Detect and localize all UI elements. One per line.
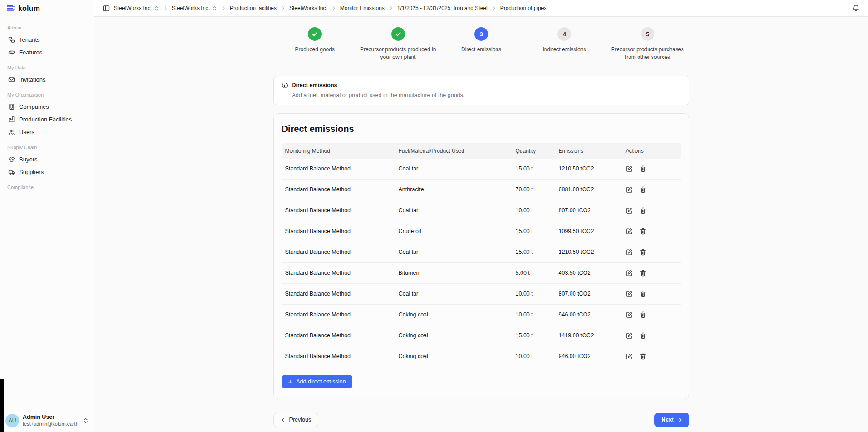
app-root: kolum Admin Tenants Features My Data <box>0 0 868 432</box>
step-label: Direct emissions <box>461 46 501 53</box>
sidebar-item-suppliers[interactable]: Suppliers <box>5 165 88 178</box>
breadcrumb-tenant-switcher[interactable]: SteelWorks Inc. <box>114 5 159 11</box>
chevron-right-icon <box>163 6 168 10</box>
edit-row-button[interactable] <box>626 332 633 339</box>
edit-row-button[interactable] <box>626 165 633 172</box>
sidebar-toggle-icon[interactable] <box>103 5 110 12</box>
cell-monitoring-method: Standard Balance Method <box>282 332 395 339</box>
step-precursor-purchases[interactable]: 5 Precursor products purchases from othe… <box>606 27 689 62</box>
cell-emissions: 1419.00 tCO2 <box>555 332 622 339</box>
edit-icon <box>626 207 633 214</box>
delete-row-button[interactable] <box>640 228 646 235</box>
breadcrumb-facility[interactable]: SteelWorks Inc. <box>289 5 327 11</box>
table-row: Standard Balance Method Bitumen 5.00 t 4… <box>282 263 681 284</box>
step-direct-emissions[interactable]: 3 Direct emissions <box>439 27 522 62</box>
breadcrumb-label: Production facilities <box>230 5 277 11</box>
edit-row-button[interactable] <box>626 311 633 318</box>
cell-monitoring-method: Standard Balance Method <box>282 270 395 276</box>
cell-emissions: 6881.00 tCO2 <box>555 186 622 193</box>
user-email: test+admin@kolum.earth <box>23 421 79 427</box>
edit-row-button[interactable] <box>626 353 633 360</box>
cell-emissions: 807.00 tCO2 <box>555 207 622 214</box>
cell-emissions: 807.00 tCO2 <box>555 291 622 297</box>
column-header-fuel: Fuel/Material/Product Used <box>395 148 512 154</box>
step-circle-done <box>391 27 405 41</box>
previous-button-label: Previous <box>289 417 312 423</box>
cell-quantity: 15.00 t <box>512 165 555 172</box>
step-produced-goods[interactable]: Produced goods <box>273 27 356 62</box>
add-button-label: Add direct emission <box>296 379 346 385</box>
sidebar-item-production-facilities[interactable]: Production Facilities <box>5 113 88 126</box>
notifications-bell-icon[interactable] <box>853 5 859 12</box>
cell-quantity: 10.00 t <box>512 207 555 214</box>
table-row: Standard Balance Method Coking coal 10.0… <box>282 305 681 325</box>
table-row: Standard Balance Method Coal tar 10.00 t… <box>282 284 681 305</box>
table-row: Standard Balance Method Anthracite 70.00… <box>282 180 681 200</box>
step-circle-upcoming: 5 <box>641 27 654 41</box>
avatar: AU <box>5 414 19 427</box>
step-label: Indirect emissions <box>542 46 586 53</box>
delete-row-button[interactable] <box>640 270 646 277</box>
trash-icon <box>640 311 646 318</box>
delete-row-button[interactable] <box>640 353 646 360</box>
add-direct-emission-button[interactable]: + Add direct emission <box>282 375 353 388</box>
brand-logo[interactable]: kolum <box>0 0 94 17</box>
cell-actions <box>622 291 681 297</box>
sidebar-item-tenants[interactable]: Tenants <box>5 33 88 46</box>
edit-row-button[interactable] <box>626 186 633 193</box>
breadcrumb-production-facilities[interactable]: Production facilities <box>230 5 277 11</box>
check-icon <box>395 31 401 37</box>
cell-quantity: 10.00 t <box>512 353 555 359</box>
breadcrumb-company-switcher[interactable]: SteelWorks Inc. <box>172 5 217 11</box>
cell-quantity: 5.00 t <box>512 270 555 276</box>
factory-icon <box>8 116 15 123</box>
info-text: Direct emissions Add a fuel, material or… <box>292 82 465 99</box>
delete-row-button[interactable] <box>640 332 646 339</box>
cell-fuel: Anthracite <box>395 186 512 193</box>
cell-monitoring-method: Standard Balance Method <box>282 207 395 214</box>
cell-actions <box>622 228 681 235</box>
sidebar-item-invitations[interactable]: Invitations <box>5 73 88 86</box>
sidebar-item-label: Invitations <box>19 76 46 83</box>
previous-button[interactable]: Previous <box>273 413 319 427</box>
delete-row-button[interactable] <box>640 165 646 172</box>
delete-row-button[interactable] <box>640 291 646 297</box>
delete-row-button[interactable] <box>640 311 646 318</box>
sidebar-item-label: Users <box>19 129 34 136</box>
trash-icon <box>640 291 646 297</box>
sidebar-item-companies[interactable]: Companies <box>5 100 88 113</box>
breadcrumb-label: 1/1/2025 - 12/31/2025: Iron and Steel <box>397 5 488 11</box>
sidebar-item-features[interactable]: Features <box>5 46 88 58</box>
step-precursor-own-plant[interactable]: Precursor products produced in your own … <box>356 27 439 62</box>
breadcrumb-monitor-emissions[interactable]: Monitor Emissions <box>340 5 385 11</box>
edit-row-button[interactable] <box>626 228 633 235</box>
delete-row-button[interactable] <box>640 249 646 256</box>
edit-row-button[interactable] <box>626 291 633 297</box>
edit-row-button[interactable] <box>626 249 633 256</box>
chevron-right-icon <box>492 6 496 10</box>
cell-actions <box>622 311 681 318</box>
step-indirect-emissions[interactable]: 4 Indirect emissions <box>523 27 606 62</box>
edit-row-button[interactable] <box>626 270 633 277</box>
cell-monitoring-method: Standard Balance Method <box>282 291 395 297</box>
breadcrumb-production-of-pipes[interactable]: Production of pipes <box>500 5 547 11</box>
next-button[interactable]: Next <box>654 413 689 427</box>
user-menu[interactable]: AU Admin User test+admin@kolum.earth <box>0 409 94 432</box>
chevron-right-icon <box>678 417 683 422</box>
trash-icon <box>640 249 646 256</box>
sidebar-item-label: Tenants <box>19 36 40 43</box>
breadcrumb-reporting-period[interactable]: 1/1/2025 - 12/31/2025: Iron and Steel <box>397 5 488 11</box>
handshake-icon <box>8 156 15 163</box>
sidebar-item-buyers[interactable]: Buyers <box>5 153 88 165</box>
kolum-logo-icon <box>7 5 15 12</box>
breadcrumb-label: Monitor Emissions <box>340 5 385 11</box>
edit-row-button[interactable] <box>626 207 633 214</box>
step-circle-current: 3 <box>474 27 488 41</box>
delete-row-button[interactable] <box>640 186 646 193</box>
sidebar-item-users[interactable]: Users <box>5 126 88 138</box>
cell-quantity: 15.00 t <box>512 228 555 234</box>
delete-row-button[interactable] <box>640 207 646 214</box>
trash-icon <box>640 332 646 339</box>
cell-monitoring-method: Standard Balance Method <box>282 249 395 255</box>
table-row: Standard Balance Method Crude oil 15.00 … <box>282 221 681 242</box>
